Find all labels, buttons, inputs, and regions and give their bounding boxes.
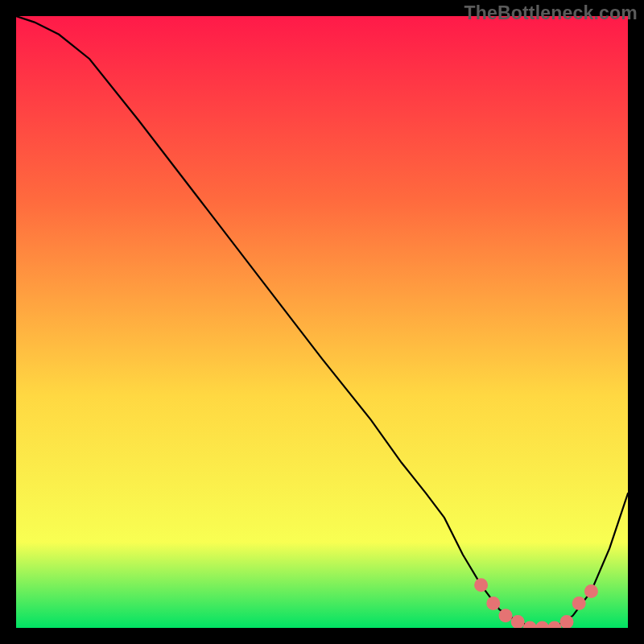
watermark-text: TheBottleneck.com xyxy=(464,2,638,24)
chart-svg xyxy=(16,16,628,628)
marker-dot xyxy=(486,597,500,610)
gradient-background xyxy=(16,16,628,628)
marker-dot xyxy=(572,597,586,610)
marker-dot xyxy=(499,609,513,622)
marker-dot xyxy=(584,584,598,598)
marker-dot xyxy=(474,578,488,592)
plot-area xyxy=(16,16,628,628)
chart-frame: TheBottleneck.com xyxy=(0,0,644,644)
